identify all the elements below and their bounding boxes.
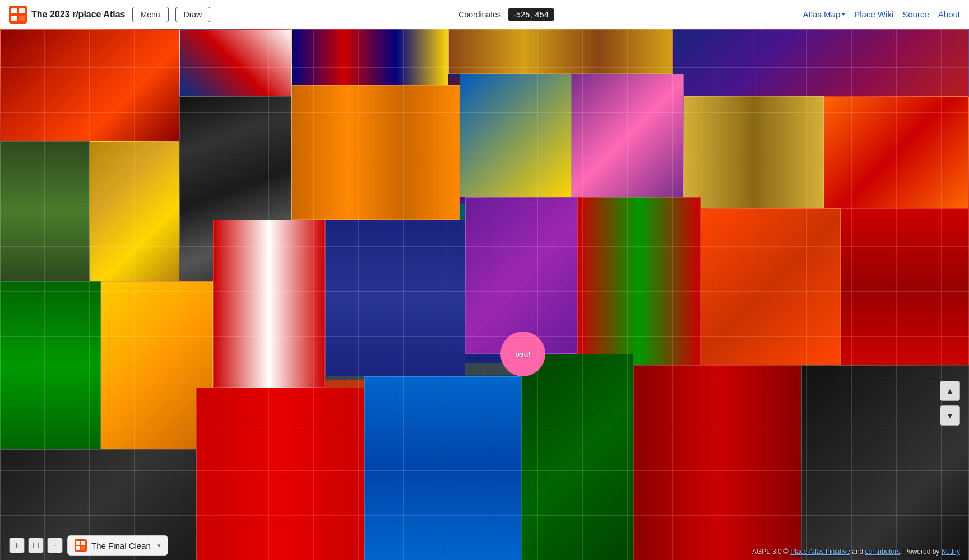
nav-arrow-down[interactable]: ▼ (940, 405, 960, 426)
coords-label: Coordinates: (458, 10, 503, 19)
zoom-reset-button[interactable]: □ (28, 538, 44, 553)
artwork-patch (701, 208, 841, 365)
artwork-patch (521, 354, 633, 560)
svg-rect-8 (76, 546, 80, 550)
artwork-patch (633, 365, 801, 560)
artwork-patch (291, 85, 460, 220)
nav-place-wiki[interactable]: Place Wiki (854, 10, 893, 19)
artwork-patch (448, 29, 673, 74)
artwork-patch (90, 141, 179, 281)
artwork-patch (179, 29, 291, 96)
artwork-patch (684, 96, 824, 208)
nav-source[interactable]: Source (902, 10, 929, 19)
coordinates-area: Coordinates: -525, 454 (217, 8, 796, 21)
attribution-link-contributors[interactable]: contributors (865, 548, 901, 556)
attribution-link-netlify[interactable]: Netlify (942, 548, 960, 556)
zoom-out-button[interactable]: − (47, 538, 63, 553)
artwork-chevron: ▾ (157, 542, 161, 549)
nav-about[interactable]: About (938, 10, 960, 19)
coords-badge: -525, 454 (508, 8, 555, 21)
artwork-patch (364, 376, 521, 560)
artwork-label[interactable]: The Final Clean ▾ (67, 535, 168, 556)
artwork-patch (291, 29, 448, 85)
artwork-patch (577, 197, 701, 365)
attribution-powered: . Powered by (900, 548, 941, 556)
artwork-patch (465, 197, 577, 354)
map-area[interactable]: osu! (0, 29, 969, 560)
artwork-patch (824, 96, 969, 208)
nav-arrow-up[interactable]: ▲ (940, 381, 960, 401)
svg-rect-1 (11, 8, 17, 13)
menu-button[interactable]: Menu (132, 7, 169, 22)
draw-button[interactable]: Draw (175, 7, 211, 22)
site-title: The 2023 r/place Atlas (31, 10, 126, 20)
artwork-label-icon (75, 539, 87, 552)
artwork-patch (0, 141, 90, 281)
artwork-patch (460, 74, 572, 197)
artwork-patch (196, 388, 364, 560)
attribution-text: AGPL-3.0 © (752, 548, 790, 556)
nav-links: Atlas Map Place Wiki Source About (803, 10, 960, 19)
svg-rect-3 (11, 16, 17, 21)
svg-rect-4 (19, 16, 25, 21)
svg-rect-6 (76, 541, 80, 545)
attribution-and: and (850, 548, 865, 556)
zoom-in-button[interactable]: + (9, 538, 25, 553)
artwork-patch (572, 74, 684, 197)
nav-atlas-map[interactable]: Atlas Map (803, 10, 846, 19)
artwork-patch (673, 29, 969, 96)
logo-area: The 2023 r/place Atlas (9, 6, 126, 24)
zoom-controls: + □ − (9, 538, 63, 553)
svg-rect-2 (19, 8, 25, 13)
artwork-patch (841, 208, 969, 365)
svg-rect-7 (81, 541, 85, 545)
artwork-patch (0, 29, 179, 141)
attribution-link-place-atlas[interactable]: Place Atlas Initiative (790, 548, 850, 556)
navbar: The 2023 r/place Atlas Menu Draw Coordin… (0, 0, 969, 29)
artwork-patch (325, 220, 465, 376)
artwork-patch (213, 220, 325, 388)
logo-icon (9, 6, 27, 24)
artwork-patch (0, 281, 101, 449)
osu-circle: osu! (500, 332, 545, 376)
attribution: AGPL-3.0 © Place Atlas Initiative and co… (752, 548, 960, 556)
artwork-name: The Final Clean (91, 541, 151, 550)
svg-rect-9 (81, 546, 85, 550)
